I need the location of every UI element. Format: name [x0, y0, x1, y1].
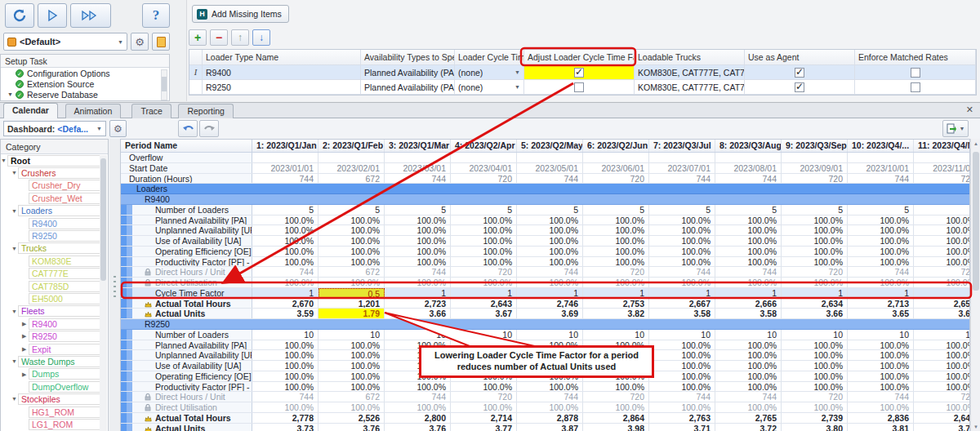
grid-cell[interactable]: 100.0% [782, 236, 848, 246]
grid-cell[interactable]: 744 [649, 174, 715, 184]
tree-item-stockpiles[interactable]: ▼Stockpiles [1, 393, 108, 405]
tree-item-crusher_dry[interactable]: Crusher_Dry [1, 180, 108, 192]
grid-cell[interactable]: 720 [451, 267, 517, 277]
grid-cell[interactable]: 100.0% [451, 247, 517, 256]
period-column-header[interactable]: 3: 2023/Q1/Mar [385, 140, 451, 152]
grid-cell[interactable]: 744 [252, 267, 318, 277]
grid-cell[interactable] [517, 153, 583, 162]
grid-cell[interactable]: 100.0% [583, 278, 649, 287]
grid-cell[interactable]: 100.0% [451, 402, 517, 412]
category-scrollbar[interactable] [100, 155, 107, 431]
grid-cell[interactable]: 100.0% [517, 216, 583, 225]
expander-icon[interactable]: ▼ [11, 358, 17, 364]
grid-cell[interactable]: 100.0% [782, 350, 848, 360]
setup-task-item[interactable]: ▼✓Reserve Database [1, 89, 169, 100]
grid-cell[interactable]: 5 [848, 205, 914, 215]
grid-cell[interactable]: 100.0% [649, 350, 715, 360]
config-column-header[interactable]: Use as Agent [745, 50, 855, 64]
grid-cell[interactable]: 100.0% [517, 278, 583, 287]
grid-cell[interactable]: 5 [649, 205, 715, 215]
adjust-cycle-factor-cell[interactable] [524, 80, 635, 94]
grid-cell[interactable]: 10 [451, 330, 517, 340]
tree-item-r9250[interactable]: ▶R9250 [1, 330, 108, 342]
grid-cell[interactable]: 100.0% [385, 382, 451, 392]
grid-cell[interactable]: 100.0% [318, 382, 385, 392]
grid-cell[interactable]: 2,643 [451, 299, 517, 309]
notes-button[interactable] [152, 33, 170, 51]
enforce-matched-checkbox[interactable] [911, 82, 920, 92]
tree-item-expit[interactable]: ▶Expit [1, 343, 108, 355]
tree-item-crusher_wet[interactable]: Crusher_Wet [1, 192, 108, 204]
grid-cell[interactable]: 3.66 [782, 309, 848, 318]
grid-cell[interactable]: 2,878 [517, 413, 583, 423]
grid-row-label[interactable]: Actual Total Hours [121, 299, 252, 309]
expander-icon[interactable]: ▼ [1, 158, 7, 163]
grid-cell[interactable]: 2,763 [649, 413, 715, 423]
use-as-agent-checkbox[interactable] [795, 82, 804, 92]
grid-cell[interactable]: 100.0% [517, 236, 583, 246]
config-column-header[interactable]: Loadable Trucks [635, 50, 745, 64]
grid-cell[interactable]: 1.79 [318, 309, 385, 318]
grid-cell[interactable]: 3.59 [252, 309, 318, 318]
grid-cell[interactable]: 2,753 [583, 299, 649, 309]
loadable-trucks-cell[interactable]: KOM830E, CAT777E, CAT7...▼ [635, 80, 745, 94]
grid-cell[interactable]: 100.0% [782, 382, 848, 392]
grid-cell[interactable]: 10 [649, 330, 715, 340]
chevron-down-icon[interactable]: ▼ [514, 69, 520, 75]
grid-cell[interactable]: 672 [318, 267, 385, 277]
grid-cell[interactable]: 100.0% [782, 225, 848, 235]
grid-cell[interactable]: 2,778 [252, 413, 318, 423]
close-icon[interactable]: ✕ [966, 104, 973, 115]
grid-cell[interactable]: 744 [848, 267, 914, 277]
profile-settings-button[interactable]: ⚙ [131, 33, 149, 51]
config-column-header[interactable]: Adjust Loader Cycle Time Fact... [524, 50, 635, 64]
grid-cell[interactable]: 2,739 [782, 413, 848, 423]
grid-cell[interactable]: 100.0% [385, 257, 451, 267]
tree-item-lg1_rom[interactable]: LG1_ROM [1, 418, 108, 430]
grid-cell[interactable]: 100.0% [649, 236, 715, 246]
grid-cell[interactable]: 100.0% [782, 361, 848, 371]
grid-cell[interactable] [451, 153, 517, 162]
grid-row-label[interactable]: Direct Utilisation [121, 402, 252, 412]
grid-cell[interactable]: 100.0% [252, 247, 318, 256]
expander-icon[interactable]: ▼ [11, 396, 17, 402]
tree-item-r9400[interactable]: R9400 [1, 217, 108, 229]
grid-cell[interactable]: 720 [782, 267, 848, 277]
period-column-header[interactable]: 1: 2023/Q1/Jan [252, 140, 318, 152]
grid-cell[interactable]: 100.0% [848, 236, 914, 246]
use-as-agent-checkbox[interactable] [795, 68, 804, 78]
grid-cell[interactable]: 3.81 [848, 424, 914, 431]
refresh-button[interactable] [5, 3, 34, 28]
grid-cell[interactable]: 100.0% [914, 247, 970, 256]
grid-row-label[interactable]: R9400 [121, 194, 970, 204]
grid-cell[interactable]: 100.0% [583, 225, 649, 235]
grid-cell[interactable]: 744 [252, 174, 318, 184]
expander-icon[interactable]: ▼ [11, 309, 17, 314]
grid-cell[interactable]: 100.0% [451, 225, 517, 235]
grid-cell[interactable]: 100.0% [649, 278, 715, 287]
cycle-factor-field-cell[interactable]: (none)▼ [455, 80, 524, 94]
grid-row-label[interactable]: Cycle Time Factor [121, 288, 252, 298]
grid-cell[interactable]: 744 [848, 392, 914, 402]
grid-row-label[interactable]: Productivity Factor [PF] - En... [121, 382, 252, 392]
grid-cell[interactable]: 100.0% [715, 257, 782, 267]
add-missing-items-button[interactable]: H Add Missing Items [192, 5, 289, 23]
config-column-header[interactable]: Loader Type Name [203, 50, 361, 64]
grid-cell[interactable]: 100.0% [715, 382, 782, 392]
grid-cell[interactable]: 100.0% [649, 257, 715, 267]
grid-cell[interactable]: 100.0% [715, 371, 782, 381]
tree-item-hg1_rom[interactable]: HG1_ROM [1, 406, 108, 418]
grid-cell[interactable]: 2023/09/01 [782, 163, 848, 173]
grid-cell[interactable] [252, 153, 318, 162]
setup-task-item[interactable]: ✓Extension Source [1, 78, 169, 89]
setup-scrollbar[interactable] [161, 69, 167, 100]
grid-cell[interactable]: 3.58 [649, 309, 715, 318]
tree-item-waste dumps[interactable]: ▼Waste Dumps [1, 355, 108, 367]
enforce-matched-rates-cell[interactable] [855, 65, 976, 79]
config-column-header[interactable]: Enforce Matched Rates [855, 50, 976, 64]
grid-cell[interactable]: 100.0% [782, 216, 848, 225]
grid-cell[interactable]: 2,713 [848, 299, 914, 309]
grid-cell[interactable]: 100.0% [649, 340, 715, 350]
grid-cell[interactable]: 100.0% [451, 278, 517, 287]
grid-cell[interactable] [715, 153, 782, 162]
